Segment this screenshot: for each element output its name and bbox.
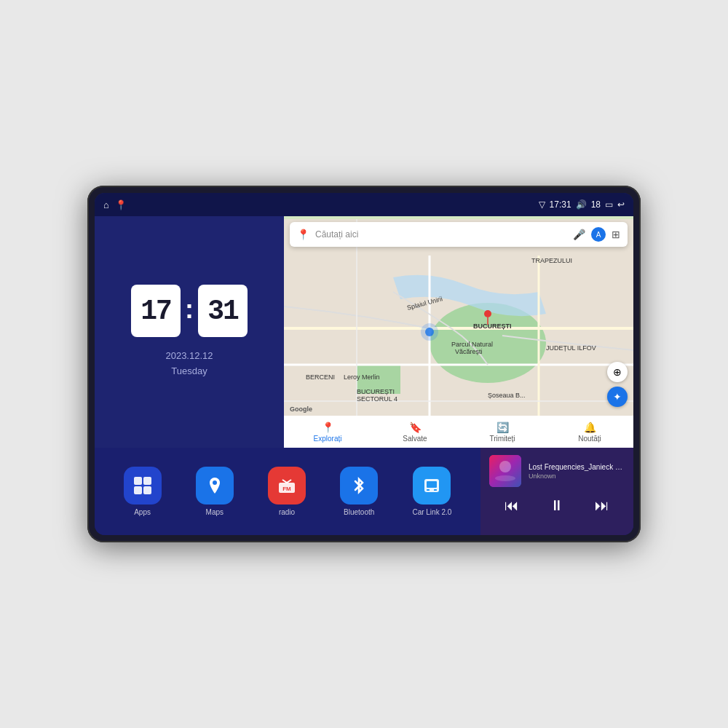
map-pin-icon: 📍	[297, 229, 309, 240]
svg-point-36	[499, 461, 511, 472]
clock-date-value: 2023.12.12	[165, 349, 213, 364]
music-info: Lost Frequencies_Janieck Devy-... Unknow…	[489, 455, 625, 487]
svg-text:Leroy Merlin: Leroy Merlin	[344, 373, 380, 381]
map-search-bar[interactable]: 📍 Căutați aici 🎤 A ⊞	[290, 222, 628, 247]
map-nav-explore-label: Explorați	[314, 435, 342, 443]
map-locate[interactable]: ✦	[607, 387, 628, 407]
music-thumb-img	[489, 455, 521, 487]
svg-rect-25	[143, 477, 151, 485]
apps-icon	[124, 467, 162, 505]
svg-rect-27	[143, 486, 151, 494]
carlink-label: Car Link 2.0	[412, 508, 451, 516]
map-nav-send-label: Trimiteți	[489, 435, 515, 443]
map-nav-explore[interactable]: 📍 Explorați	[284, 416, 371, 448]
svg-text:TRAPEZULUI: TRAPEZULUI	[531, 257, 572, 264]
grid-icon[interactable]: ⊞	[612, 229, 620, 240]
signal-icon: ▽	[539, 199, 545, 210]
svg-text:Parcul Natural: Parcul Natural	[451, 341, 493, 348]
app-maps[interactable]: Maps	[196, 467, 234, 516]
svg-rect-26	[134, 486, 142, 494]
clock-minute: 31	[198, 285, 248, 337]
battery-level: 18	[591, 199, 601, 210]
svg-rect-34	[434, 489, 437, 491]
status-right: ▽ 17:31 🔊 18 ▭ ↩	[539, 199, 625, 210]
music-prev-button[interactable]: ⏮	[502, 494, 522, 517]
home-icon[interactable]: ⌂	[103, 199, 109, 210]
music-controls: ⏮ ⏸ ⏭	[489, 494, 625, 517]
music-title: Lost Frequencies_Janieck Devy-...	[529, 463, 625, 471]
clock-day-value: Tuesday	[165, 364, 213, 379]
status-bar: ⌂ 📍 ▽ 17:31 🔊 18 ▭ ↩	[95, 193, 633, 216]
news-icon: 🔔	[584, 422, 596, 433]
app-carlink[interactable]: Car Link 2.0	[412, 467, 451, 516]
svg-point-21	[421, 323, 438, 341]
carlink-icon	[413, 467, 451, 505]
music-text: Lost Frequencies_Janieck Devy-... Unknow…	[529, 463, 625, 480]
svg-text:Văcărești: Văcărești	[455, 348, 483, 355]
apps-label: Apps	[134, 508, 151, 516]
device-screen: ⌂ 📍 ▽ 17:31 🔊 18 ▭ ↩ 17 :	[95, 193, 633, 535]
svg-text:JUDEȚUL ILFOV: JUDEȚUL ILFOV	[546, 344, 596, 352]
map-panel[interactable]: BUCUREȘTI JUDEȚUL ILFOV BERCENI TRAPEZUL…	[284, 216, 633, 448]
radio-icon: FM	[268, 467, 306, 505]
maps-label: Maps	[206, 508, 223, 516]
map-bottom-nav: 📍 Explorați 🔖 Salvate 🔄 Trimiteți �	[284, 416, 633, 448]
clock-hour: 17	[131, 285, 181, 337]
music-panel: Lost Frequencies_Janieck Devy-... Unknow…	[480, 448, 633, 535]
music-play-button[interactable]: ⏸	[547, 494, 567, 517]
status-left: ⌂ 📍	[103, 199, 127, 210]
svg-rect-32	[427, 481, 437, 488]
status-time: 17:31	[550, 199, 571, 210]
top-section: 17 : 31 2023.12.12 Tuesday	[95, 216, 633, 448]
battery-icon: ▭	[605, 199, 613, 210]
svg-text:BUCUREȘTI: BUCUREȘTI	[357, 388, 395, 395]
account-icon[interactable]: A	[591, 227, 606, 242]
clock-date: 2023.12.12 Tuesday	[165, 349, 213, 379]
svg-text:SECTORUL 4: SECTORUL 4	[357, 395, 397, 403]
map-compass[interactable]: ⊕	[607, 362, 628, 382]
explore-icon: 📍	[322, 422, 334, 433]
map-search-right: 🎤 A ⊞	[573, 227, 620, 242]
svg-text:BUCUREȘTI: BUCUREȘTI	[473, 323, 512, 330]
device-frame: ⌂ 📍 ▽ 17:31 🔊 18 ▭ ↩ 17 :	[87, 186, 641, 542]
saved-icon: 🔖	[409, 422, 422, 433]
svg-text:FM: FM	[282, 486, 291, 492]
svg-text:Șoseaua B...: Șoseaua B...	[488, 392, 526, 399]
music-next-button[interactable]: ⏭	[592, 494, 612, 517]
map-nav-send[interactable]: 🔄 Trimiteți	[459, 416, 546, 448]
volume-icon: 🔊	[576, 199, 587, 210]
bluetooth-icon	[340, 467, 378, 505]
music-thumbnail	[489, 455, 521, 487]
maps-status-icon[interactable]: 📍	[115, 199, 127, 210]
map-nav-saved-label: Salvate	[403, 435, 427, 443]
radio-label: radio	[279, 508, 295, 516]
bottom-section: Apps Maps	[95, 448, 633, 535]
music-artist: Unknown	[529, 472, 625, 480]
svg-text:BERCENI: BERCENI	[306, 373, 335, 381]
map-nav-news-label: Noutăți	[578, 435, 601, 443]
app-radio[interactable]: FM radio	[268, 467, 306, 516]
svg-point-28	[213, 480, 217, 485]
app-apps[interactable]: Apps	[124, 467, 162, 516]
clock-colon: :	[185, 294, 194, 325]
back-icon[interactable]: ↩	[617, 199, 625, 210]
svg-rect-33	[427, 489, 430, 491]
clock-display: 17 : 31	[131, 285, 248, 337]
svg-point-37	[495, 475, 515, 481]
app-bluetooth[interactable]: Bluetooth	[340, 467, 378, 516]
map-svg: BUCUREȘTI JUDEȚUL ILFOV BERCENI TRAPEZUL…	[284, 216, 633, 448]
google-logo: Google	[290, 405, 312, 413]
svg-point-18	[484, 310, 491, 317]
svg-rect-24	[134, 477, 142, 485]
bluetooth-label: Bluetooth	[344, 508, 374, 516]
map-nav-saved[interactable]: 🔖 Salvate	[371, 416, 459, 448]
apps-section: Apps Maps	[95, 448, 480, 535]
maps-icon	[196, 467, 234, 505]
mic-icon[interactable]: 🎤	[573, 229, 585, 240]
send-icon: 🔄	[496, 422, 509, 433]
map-nav-news[interactable]: 🔔 Noutăți	[546, 416, 633, 448]
main-area: 17 : 31 2023.12.12 Tuesday	[95, 216, 633, 535]
clock-panel: 17 : 31 2023.12.12 Tuesday	[95, 216, 284, 448]
map-search-text[interactable]: Căutați aici	[315, 229, 567, 240]
